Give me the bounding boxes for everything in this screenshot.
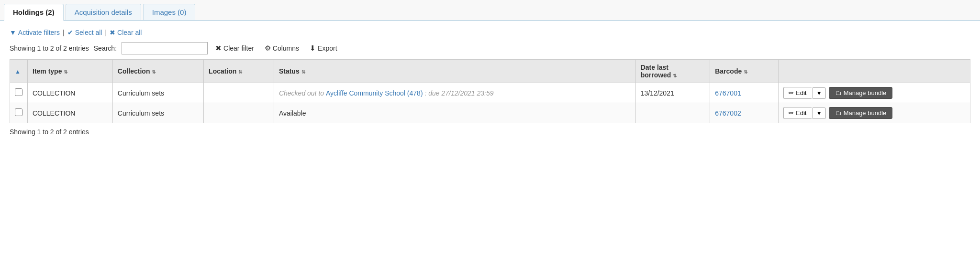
row-actions-2: ✏ Edit ▼ 🗀 Manage bundle [783,107,965,119]
manage-bundle-button-1[interactable]: 🗀 Manage bundle [829,87,893,99]
clear-all-link[interactable]: Clear all [117,29,142,36]
dropdown-arrow-2: ▼ [816,110,822,117]
manage-label-2: Manage bundle [844,109,887,117]
tabs-container: Holdings (2) Acquisition details Images … [0,0,980,21]
td-date-2 [635,103,710,123]
separator-1: | [63,29,65,36]
sort-up-icon: ▲ [15,68,21,75]
filter-icon: ▼ [10,29,16,36]
tab-bar: Holdings (2) Acquisition details Images … [0,0,980,21]
td-barcode-1: 6767001 [710,83,779,103]
search-label: Search: [94,44,117,52]
gear-icon: ⚙ [265,44,271,53]
th-select: ▲ [10,60,28,83]
showing-entries-text: Showing 1 to 2 of 2 entries [10,44,89,52]
td-status-1: Checked out to Aycliffe Community School… [274,83,635,103]
barcode-link-2[interactable]: 6767002 [715,109,741,117]
school-link-1[interactable]: Aycliffe Community School (478) [326,89,423,97]
sort-icon-location: ⇅ [238,69,242,75]
status-due-1: : due 27/12/2021 23:59 [423,89,494,97]
edit-button-1[interactable]: ✏ Edit [783,87,811,99]
activate-filters-link[interactable]: Activate filters [18,29,60,36]
export-icon: ⬇ [310,44,316,53]
holdings-table: ▲ Item type ⇅ Collection ⇅ Location ⇅ St… [10,59,970,123]
edit-dropdown-1[interactable]: ▼ [813,87,826,99]
td-barcode-2: 6767002 [710,103,779,123]
folder-icon-2: 🗀 [835,109,841,117]
td-status-2: Available [274,103,635,123]
tab-holdings[interactable]: Holdings (2) [4,4,64,21]
td-collection-1: Curriculum sets [112,83,203,103]
th-status[interactable]: Status ⇅ [274,60,635,83]
td-checkbox-2[interactable] [10,103,28,123]
separator-2: | [105,29,107,36]
sort-icon-barcode: ⇅ [744,69,747,75]
select-all-check-icon: ✔ [67,29,73,36]
td-checkbox-1[interactable] [10,83,28,103]
pencil-icon-2: ✏ [789,109,794,117]
th-collection[interactable]: Collection ⇅ [112,60,203,83]
dropdown-arrow-1: ▼ [816,90,822,97]
clear-all-x-icon: ✖ [110,29,115,36]
td-actions-2: ✏ Edit ▼ 🗀 Manage bundle [779,103,970,123]
folder-icon-1: 🗀 [835,89,841,97]
tab-acquisition[interactable]: Acquisition details [66,4,141,20]
sort-icon-status: ⇅ [301,69,305,75]
row-actions-1: ✏ Edit ▼ 🗀 Manage bundle [783,87,965,99]
search-bar: Showing 1 to 2 of 2 entries Search: ✖ Cl… [10,42,970,54]
edit-dropdown-2[interactable]: ▼ [813,107,826,119]
barcode-link-1[interactable]: 6767001 [715,89,741,97]
td-actions-1: ✏ Edit ▼ 🗀 Manage bundle [779,83,970,103]
clear-filter-label: Clear filter [223,44,254,52]
search-input[interactable] [122,42,208,54]
th-barcode[interactable]: Barcode ⇅ [710,60,779,83]
columns-button[interactable]: ⚙ Columns [262,43,302,54]
footer-showing-text: Showing 1 to 2 of 2 entries [10,128,970,136]
table-row: COLLECTION Curriculum sets Checked out t… [10,83,970,103]
edit-button-2[interactable]: ✏ Edit [783,107,811,119]
clear-filter-button[interactable]: ✖ Clear filter [212,43,257,54]
row-checkbox-2[interactable] [15,108,22,116]
sort-icon-date: ⇅ [673,73,677,78]
tab-images[interactable]: Images (0) [143,4,196,20]
pencil-icon-1: ✏ [789,89,794,97]
clear-filter-icon: ✖ [215,44,222,53]
export-button[interactable]: ⬇ Export [307,43,340,54]
manage-label-1: Manage bundle [844,89,887,97]
td-item-type-1: COLLECTION [28,83,113,103]
filter-bar: ▼ Activate filters | ✔ Select all | ✖ Cl… [10,29,970,36]
th-item-type[interactable]: Item type ⇅ [28,60,113,83]
sort-icon-item-type: ⇅ [64,69,67,75]
td-item-type-2: COLLECTION [28,103,113,123]
export-label: Export [318,44,337,52]
th-location[interactable]: Location ⇅ [204,60,274,83]
main-content: ▼ Activate filters | ✔ Select all | ✖ Cl… [0,21,980,143]
th-date-last-borrowed[interactable]: Date lastborrowed ⇅ [635,60,710,83]
status-prefix-1: Checked out to [279,89,326,97]
select-all-link[interactable]: Select all [75,29,102,36]
edit-label-1: Edit [796,89,806,97]
td-collection-2: Curriculum sets [112,103,203,123]
manage-bundle-button-2[interactable]: 🗀 Manage bundle [829,107,893,119]
sort-icon-collection: ⇅ [152,69,156,75]
table-header-row: ▲ Item type ⇅ Collection ⇅ Location ⇅ St… [10,60,970,83]
table-row: COLLECTION Curriculum sets Available 676… [10,103,970,123]
columns-label: Columns [273,44,299,52]
th-actions [779,60,970,83]
td-location-2 [204,103,274,123]
td-location-1 [204,83,274,103]
edit-label-2: Edit [796,109,806,117]
td-date-1: 13/12/2021 [635,83,710,103]
row-checkbox-1[interactable] [15,88,22,96]
